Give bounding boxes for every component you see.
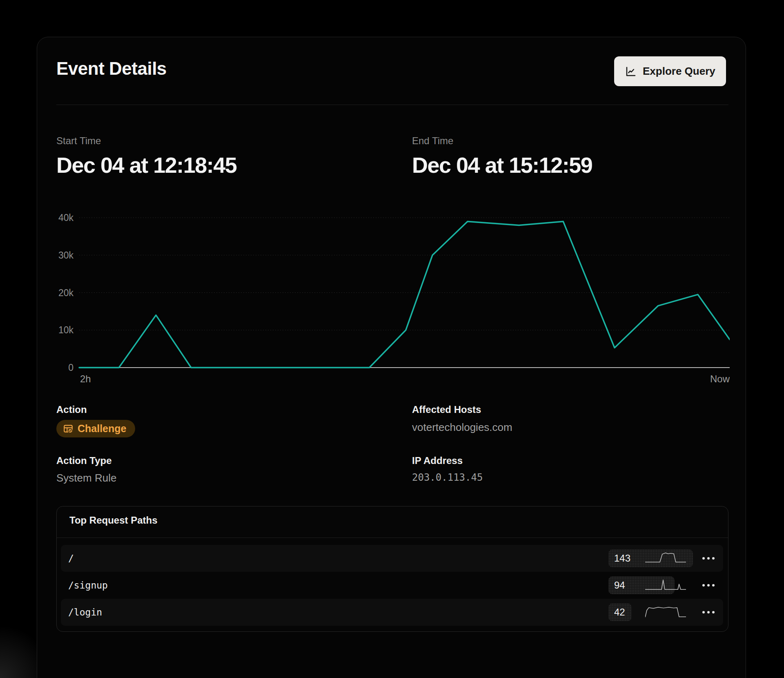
explore-query-button[interactable]: Explore Query — [614, 56, 726, 86]
action-type-label: Action Type — [56, 455, 112, 466]
line-chart-icon — [625, 65, 637, 78]
top-request-paths-title: Top Request Paths — [69, 515, 158, 526]
start-time-label: Start Time — [56, 135, 101, 147]
x-axis-label-end: Now — [710, 373, 730, 384]
row-menu-button[interactable] — [696, 599, 721, 626]
y-tick-label: 10k — [58, 325, 74, 335]
top-request-paths-panel: Top Request Paths / 143 /signup 94 /logi… — [56, 506, 728, 632]
action-label: Action — [56, 404, 87, 415]
request-path: /login — [68, 607, 102, 618]
affected-hosts-value: votertechologies.com — [412, 421, 512, 434]
explore-query-label: Explore Query — [643, 65, 715, 78]
page-title: Event Details — [56, 58, 167, 79]
ellipsis-icon — [702, 557, 705, 560]
request-path: / — [68, 553, 74, 564]
request-path: /signup — [68, 580, 108, 591]
traffic-chart: 010k20k30k40k2hNow — [56, 205, 730, 393]
request-sparkline — [645, 606, 686, 618]
y-tick-label: 30k — [58, 250, 74, 261]
traffic-line-series — [79, 221, 730, 368]
end-time-label: End Time — [412, 135, 453, 147]
request-count: 143 — [614, 553, 630, 564]
request-path-row: / 143 — [61, 545, 723, 572]
row-menu-button[interactable] — [696, 545, 721, 572]
start-time-value: Dec 04 at 12:18:45 — [56, 152, 236, 178]
ellipsis-icon — [702, 584, 705, 587]
row-menu-button[interactable] — [696, 572, 721, 599]
request-sparkline — [645, 579, 686, 591]
affected-hosts-label: Affected Hosts — [412, 404, 481, 415]
panel-divider — [57, 537, 728, 538]
table-check-icon — [63, 424, 74, 434]
y-tick-label: 20k — [58, 288, 74, 298]
y-tick-label: 40k — [58, 212, 74, 223]
request-path-row: /login 42 — [61, 599, 723, 626]
challenge-badge-label: Challenge — [78, 423, 126, 435]
y-tick-label: 0 — [68, 362, 74, 373]
challenge-badge: Challenge — [56, 420, 135, 437]
ellipsis-icon — [702, 611, 705, 613]
header-divider — [56, 105, 728, 105]
event-details-card: Event Details Explore Query Start Time D… — [37, 37, 746, 678]
request-path-row: /signup 94 — [61, 572, 723, 599]
action-type-value: System Rule — [56, 472, 116, 484]
ip-address-label: IP Address — [412, 455, 463, 466]
ip-address-value: 203.0.113.45 — [412, 472, 483, 483]
request-count: 42 — [614, 607, 625, 618]
x-axis-label-start: 2h — [80, 373, 91, 384]
end-time-value: Dec 04 at 15:12:59 — [412, 152, 592, 178]
request-count: 94 — [614, 580, 625, 591]
request-sparkline — [645, 552, 686, 564]
